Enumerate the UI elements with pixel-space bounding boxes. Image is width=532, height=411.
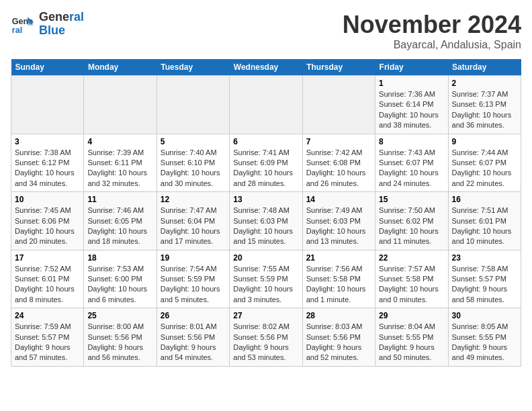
day-info: Sunrise: 7:37 AM Sunset: 6:13 PM Dayligh… bbox=[452, 89, 517, 131]
weekday-header-tuesday: Tuesday bbox=[157, 59, 229, 76]
day-number: 17 bbox=[15, 253, 80, 263]
week-row-1: 1Sunrise: 7:36 AM Sunset: 6:14 PM Daylig… bbox=[11, 76, 521, 134]
day-info: Sunrise: 7:46 AM Sunset: 6:05 PM Dayligh… bbox=[87, 205, 152, 247]
day-info: Sunrise: 7:41 AM Sunset: 6:09 PM Dayligh… bbox=[233, 148, 298, 189]
calendar-cell: 2Sunrise: 7:37 AM Sunset: 6:13 PM Daylig… bbox=[448, 76, 521, 134]
calendar-cell: 16Sunrise: 7:51 AM Sunset: 6:01 PM Dayli… bbox=[448, 192, 521, 250]
calendar-cell: 26Sunrise: 8:01 AM Sunset: 5:56 PM Dayli… bbox=[157, 308, 229, 367]
day-info: Sunrise: 8:04 AM Sunset: 5:55 PM Dayligh… bbox=[379, 322, 444, 363]
day-number: 7 bbox=[306, 137, 371, 146]
logo-icon: Gene ral bbox=[11, 12, 35, 36]
day-info: Sunrise: 7:47 AM Sunset: 6:04 PM Dayligh… bbox=[161, 205, 226, 247]
weekday-header-row: SundayMondayTuesdayWednesdayThursdayFrid… bbox=[11, 59, 521, 76]
logo-text: General Blue bbox=[39, 11, 84, 38]
calendar-cell: 14Sunrise: 7:49 AM Sunset: 6:03 PM Dayli… bbox=[302, 192, 375, 250]
day-info: Sunrise: 7:39 AM Sunset: 6:11 PM Dayligh… bbox=[87, 148, 152, 189]
day-number: 19 bbox=[161, 253, 226, 263]
calendar-cell: 5Sunrise: 7:40 AM Sunset: 6:10 PM Daylig… bbox=[157, 134, 229, 192]
weekday-header-thursday: Thursday bbox=[302, 59, 375, 76]
weekday-header-sunday: Sunday bbox=[11, 59, 84, 76]
calendar-cell: 1Sunrise: 7:36 AM Sunset: 6:14 PM Daylig… bbox=[375, 76, 448, 134]
day-number: 9 bbox=[452, 137, 517, 146]
day-info: Sunrise: 7:44 AM Sunset: 6:07 PM Dayligh… bbox=[452, 148, 517, 189]
week-row-5: 24Sunrise: 7:59 AM Sunset: 5:57 PM Dayli… bbox=[11, 308, 521, 367]
day-number: 25 bbox=[87, 311, 152, 320]
day-info: Sunrise: 7:43 AM Sunset: 6:07 PM Dayligh… bbox=[379, 148, 444, 189]
day-number: 8 bbox=[379, 137, 444, 146]
calendar-cell: 13Sunrise: 7:48 AM Sunset: 6:03 PM Dayli… bbox=[230, 192, 302, 250]
day-info: Sunrise: 7:55 AM Sunset: 5:59 PM Dayligh… bbox=[233, 264, 298, 306]
calendar-cell: 25Sunrise: 8:00 AM Sunset: 5:56 PM Dayli… bbox=[84, 308, 157, 367]
day-info: Sunrise: 7:49 AM Sunset: 6:03 PM Dayligh… bbox=[306, 205, 371, 247]
calendar-cell: 11Sunrise: 7:46 AM Sunset: 6:05 PM Dayli… bbox=[84, 192, 157, 250]
day-info: Sunrise: 7:42 AM Sunset: 6:08 PM Dayligh… bbox=[306, 148, 371, 189]
day-number: 11 bbox=[87, 195, 152, 204]
day-info: Sunrise: 7:56 AM Sunset: 5:58 PM Dayligh… bbox=[306, 264, 371, 306]
day-number: 20 bbox=[233, 253, 298, 263]
day-info: Sunrise: 8:03 AM Sunset: 5:56 PM Dayligh… bbox=[306, 322, 371, 363]
day-number: 3 bbox=[15, 137, 80, 146]
calendar-cell: 10Sunrise: 7:45 AM Sunset: 6:06 PM Dayli… bbox=[11, 192, 84, 250]
calendar-cell bbox=[84, 76, 157, 134]
calendar-cell bbox=[11, 76, 84, 134]
calendar-cell: 29Sunrise: 8:04 AM Sunset: 5:55 PM Dayli… bbox=[375, 308, 448, 367]
month-title: November 2024 bbox=[343, 11, 521, 39]
calendar-cell: 18Sunrise: 7:53 AM Sunset: 6:00 PM Dayli… bbox=[84, 250, 157, 308]
page-header: Gene ral General Blue November 2024 Baya… bbox=[11, 11, 521, 51]
day-number: 6 bbox=[233, 137, 298, 146]
day-info: Sunrise: 7:48 AM Sunset: 6:03 PM Dayligh… bbox=[233, 205, 298, 247]
calendar-cell: 8Sunrise: 7:43 AM Sunset: 6:07 PM Daylig… bbox=[375, 134, 448, 192]
day-number: 14 bbox=[306, 195, 371, 204]
calendar-cell: 24Sunrise: 7:59 AM Sunset: 5:57 PM Dayli… bbox=[11, 308, 84, 367]
day-info: Sunrise: 7:53 AM Sunset: 6:00 PM Dayligh… bbox=[87, 264, 152, 306]
day-info: Sunrise: 7:52 AM Sunset: 6:01 PM Dayligh… bbox=[15, 264, 80, 306]
calendar-cell: 7Sunrise: 7:42 AM Sunset: 6:08 PM Daylig… bbox=[302, 134, 375, 192]
day-info: Sunrise: 7:50 AM Sunset: 6:02 PM Dayligh… bbox=[379, 205, 444, 247]
calendar-cell: 15Sunrise: 7:50 AM Sunset: 6:02 PM Dayli… bbox=[375, 192, 448, 250]
weekday-header-saturday: Saturday bbox=[448, 59, 521, 76]
day-number: 29 bbox=[379, 311, 444, 320]
calendar-cell bbox=[157, 76, 229, 134]
day-number: 28 bbox=[306, 311, 371, 320]
calendar-cell: 20Sunrise: 7:55 AM Sunset: 5:59 PM Dayli… bbox=[230, 250, 302, 308]
day-number: 18 bbox=[87, 253, 152, 263]
weekday-header-wednesday: Wednesday bbox=[230, 59, 302, 76]
week-row-3: 10Sunrise: 7:45 AM Sunset: 6:06 PM Dayli… bbox=[11, 192, 521, 250]
calendar-cell: 27Sunrise: 8:02 AM Sunset: 5:56 PM Dayli… bbox=[230, 308, 302, 367]
day-info: Sunrise: 7:45 AM Sunset: 6:06 PM Dayligh… bbox=[15, 205, 80, 247]
day-number: 10 bbox=[15, 195, 80, 204]
day-number: 27 bbox=[233, 311, 298, 320]
day-info: Sunrise: 7:58 AM Sunset: 5:57 PM Dayligh… bbox=[452, 264, 517, 306]
calendar-cell: 3Sunrise: 7:38 AM Sunset: 6:12 PM Daylig… bbox=[11, 134, 84, 192]
calendar-table: SundayMondayTuesdayWednesdayThursdayFrid… bbox=[11, 59, 521, 367]
weekday-header-friday: Friday bbox=[375, 59, 448, 76]
day-number: 2 bbox=[452, 79, 517, 88]
day-info: Sunrise: 7:38 AM Sunset: 6:12 PM Dayligh… bbox=[15, 148, 80, 189]
day-number: 22 bbox=[379, 253, 444, 263]
day-number: 13 bbox=[233, 195, 298, 204]
calendar-cell bbox=[230, 76, 302, 134]
day-info: Sunrise: 7:51 AM Sunset: 6:01 PM Dayligh… bbox=[452, 205, 517, 247]
day-number: 12 bbox=[161, 195, 226, 204]
week-row-4: 17Sunrise: 7:52 AM Sunset: 6:01 PM Dayli… bbox=[11, 250, 521, 308]
svg-text:ral: ral bbox=[12, 25, 22, 34]
day-info: Sunrise: 8:01 AM Sunset: 5:56 PM Dayligh… bbox=[161, 322, 226, 363]
day-info: Sunrise: 7:57 AM Sunset: 5:58 PM Dayligh… bbox=[379, 264, 444, 306]
calendar-cell: 19Sunrise: 7:54 AM Sunset: 5:59 PM Dayli… bbox=[157, 250, 229, 308]
logo: Gene ral General Blue bbox=[11, 11, 84, 38]
day-number: 4 bbox=[87, 137, 152, 146]
calendar-cell: 23Sunrise: 7:58 AM Sunset: 5:57 PM Dayli… bbox=[448, 250, 521, 308]
day-info: Sunrise: 8:00 AM Sunset: 5:56 PM Dayligh… bbox=[87, 322, 152, 363]
day-number: 24 bbox=[15, 311, 80, 320]
day-number: 16 bbox=[452, 195, 517, 204]
calendar-cell bbox=[302, 76, 375, 134]
location-title: Bayarcal, Andalusia, Spain bbox=[343, 39, 521, 51]
day-info: Sunrise: 8:05 AM Sunset: 5:55 PM Dayligh… bbox=[452, 322, 517, 363]
day-info: Sunrise: 7:36 AM Sunset: 6:14 PM Dayligh… bbox=[379, 89, 444, 131]
day-number: 26 bbox=[161, 311, 226, 320]
calendar-cell: 4Sunrise: 7:39 AM Sunset: 6:11 PM Daylig… bbox=[84, 134, 157, 192]
day-number: 5 bbox=[161, 137, 226, 146]
calendar-cell: 12Sunrise: 7:47 AM Sunset: 6:04 PM Dayli… bbox=[157, 192, 229, 250]
calendar-cell: 9Sunrise: 7:44 AM Sunset: 6:07 PM Daylig… bbox=[448, 134, 521, 192]
week-row-2: 3Sunrise: 7:38 AM Sunset: 6:12 PM Daylig… bbox=[11, 134, 521, 192]
